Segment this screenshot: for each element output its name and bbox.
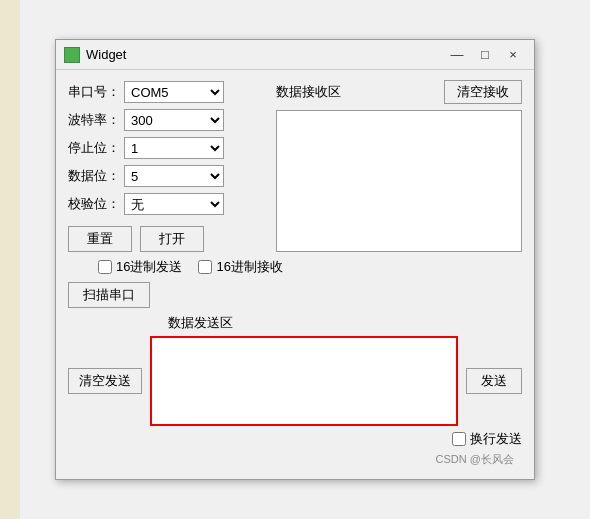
- check-row: 校验位： 无 奇校验 偶校验: [68, 192, 268, 216]
- window-controls: — □ ×: [444, 45, 526, 65]
- buttons-row: 重置 打开: [68, 226, 268, 252]
- send-row: 清空发送 发送: [68, 336, 522, 426]
- send-section: 数据发送区 清空发送 发送 换行发送: [68, 314, 522, 448]
- minimize-button[interactable]: —: [444, 45, 470, 65]
- right-panel: 数据接收区 清空接收: [276, 80, 522, 252]
- clear-send-button[interactable]: 清空发送: [68, 368, 142, 394]
- scan-row: 扫描串口: [68, 282, 522, 308]
- watermark: CSDN @长风会: [68, 448, 522, 469]
- baud-label: 波特率：: [68, 111, 120, 129]
- hex-send-label: 16进制发送: [116, 258, 182, 276]
- reset-button[interactable]: 重置: [68, 226, 132, 252]
- window-icon: [64, 47, 80, 63]
- hex-recv-checkbox-label[interactable]: 16进制接收: [198, 258, 282, 276]
- top-section: 串口号： COM5 COM1 COM2 COM3 COM4 波特率： 300 1…: [68, 80, 522, 252]
- left-panel: 串口号： COM5 COM1 COM2 COM3 COM4 波特率： 300 1…: [68, 80, 268, 252]
- port-label: 串口号：: [68, 83, 120, 101]
- data-select[interactable]: 5 6 7 8: [124, 165, 224, 187]
- recv-header: 数据接收区 清空接收: [276, 80, 522, 104]
- clear-recv-button[interactable]: 清空接收: [444, 80, 522, 104]
- baud-select[interactable]: 300 1200 2400 9600 19200 115200: [124, 109, 224, 131]
- port-row: 串口号： COM5 COM1 COM2 COM3 COM4: [68, 80, 268, 104]
- check-label: 校验位：: [68, 195, 120, 213]
- checkbox-row: 16进制发送 16进制接收: [68, 258, 522, 276]
- data-row: 数据位： 5 6 7 8: [68, 164, 268, 188]
- newline-label: 换行发送: [470, 430, 522, 448]
- open-button[interactable]: 打开: [140, 226, 204, 252]
- hex-send-checkbox[interactable]: [98, 260, 112, 274]
- port-select[interactable]: COM5 COM1 COM2 COM3 COM4: [124, 81, 224, 103]
- newline-checkbox[interactable]: [452, 432, 466, 446]
- hex-recv-checkbox[interactable]: [198, 260, 212, 274]
- hex-send-checkbox-label[interactable]: 16进制发送: [98, 258, 182, 276]
- content-area: 串口号： COM5 COM1 COM2 COM3 COM4 波特率： 300 1…: [56, 70, 534, 479]
- baud-row: 波特率： 300 1200 2400 9600 19200 115200: [68, 108, 268, 132]
- data-label: 数据位：: [68, 167, 120, 185]
- send-button[interactable]: 发送: [466, 368, 522, 394]
- stop-row: 停止位： 1 1.5 2: [68, 136, 268, 160]
- newline-row: 换行发送: [68, 430, 522, 448]
- main-window: Widget — □ × 串口号： COM5 COM1 COM2 COM3 CO…: [55, 39, 535, 480]
- window-title: Widget: [86, 47, 444, 62]
- recv-area: [276, 110, 522, 252]
- check-select[interactable]: 无 奇校验 偶校验: [124, 193, 224, 215]
- titlebar: Widget — □ ×: [56, 40, 534, 70]
- recv-area-label: 数据接收区: [276, 83, 341, 101]
- maximize-button[interactable]: □: [472, 45, 498, 65]
- scan-button[interactable]: 扫描串口: [68, 282, 150, 308]
- close-button[interactable]: ×: [500, 45, 526, 65]
- stop-label: 停止位：: [68, 139, 120, 157]
- hex-recv-label: 16进制接收: [216, 258, 282, 276]
- stop-select[interactable]: 1 1.5 2: [124, 137, 224, 159]
- send-textarea[interactable]: [150, 336, 458, 426]
- send-area-label: 数据发送区: [68, 314, 522, 332]
